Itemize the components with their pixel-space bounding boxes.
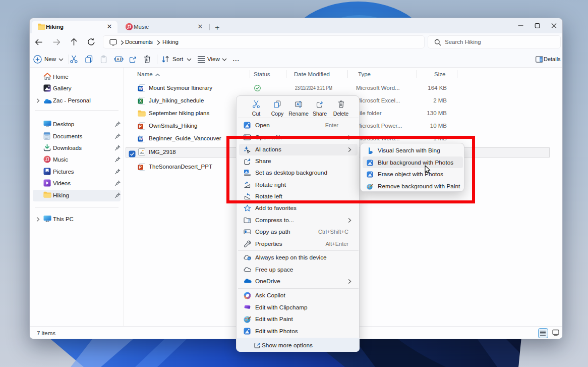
svg-text:A: A — [297, 102, 300, 107]
svg-text:A: A — [116, 57, 120, 62]
svg-text:X: X — [139, 99, 142, 103]
svg-text:W: W — [139, 86, 143, 91]
svg-text:P: P — [139, 165, 142, 170]
svg-text:W: W — [139, 137, 143, 141]
svg-text:P: P — [139, 124, 142, 129]
